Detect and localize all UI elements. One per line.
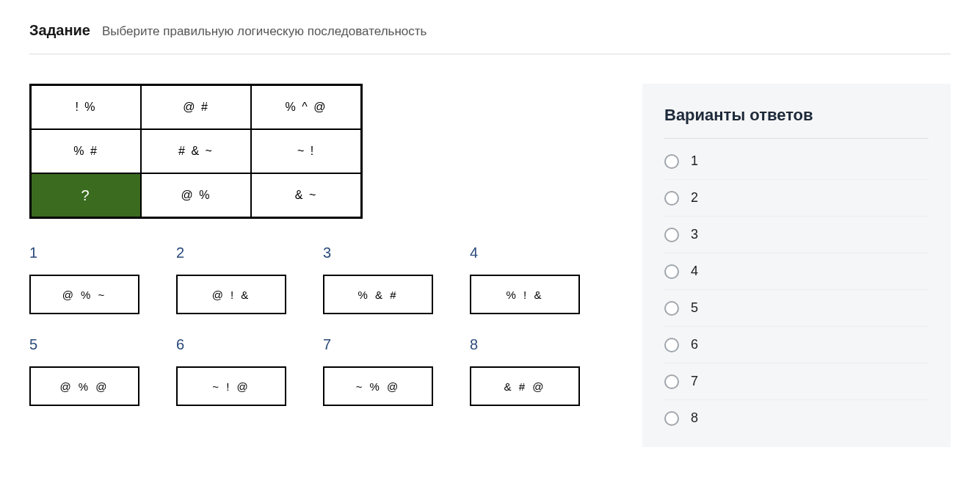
- option-block: 6 ~ ! @: [176, 336, 301, 406]
- header-divider: [29, 54, 951, 54]
- grid-cell: % ^ @: [251, 85, 361, 129]
- answers-divider: [664, 138, 929, 139]
- radio-button[interactable]: [664, 264, 679, 279]
- radio-button[interactable]: [664, 301, 679, 316]
- option-number: 7: [323, 336, 448, 353]
- option-number: 3: [323, 244, 448, 261]
- grid-cell-unknown: ?: [31, 173, 141, 217]
- grid-cell: ! %: [31, 85, 141, 129]
- option-number: 5: [29, 336, 154, 353]
- answer-row[interactable]: 2: [664, 180, 929, 217]
- option-block: 4 % ! &: [470, 244, 595, 314]
- answer-label: 2: [691, 190, 698, 206]
- main-area: ! % @ # % ^ @ % # # & ~ ~ ! ? @ % & ~ 1 …: [29, 84, 951, 447]
- option-box: % ! &: [470, 275, 580, 314]
- answers-panel: Варианты ответов 1 2 3 4 5 6 7: [642, 84, 951, 447]
- answer-row[interactable]: 1: [664, 143, 929, 180]
- radio-button[interactable]: [664, 191, 679, 206]
- option-box: @ ! &: [176, 275, 286, 314]
- answer-row[interactable]: 3: [664, 217, 929, 253]
- option-block: 2 @ ! &: [176, 244, 301, 314]
- task-title: Задание: [29, 22, 90, 39]
- grid-cell: ~ !: [251, 129, 361, 173]
- task-header: Задание Выберите правильную логическую п…: [29, 22, 951, 39]
- answer-label: 6: [691, 337, 698, 352]
- answer-label: 3: [691, 227, 698, 242]
- answers-title: Варианты ответов: [664, 106, 929, 125]
- option-box: % & #: [323, 275, 433, 314]
- grid-cell: & ~: [251, 173, 361, 217]
- option-box: & # @: [470, 366, 580, 406]
- option-block: 3 % & #: [323, 244, 448, 314]
- answer-options-grid: 1 @ % ~ 2 @ ! & 3 % & # 4 % ! & 5 @ % @ …: [29, 244, 613, 406]
- option-block: 7 ~ % @: [323, 336, 448, 406]
- option-block: 8 & # @: [470, 336, 595, 406]
- answer-label: 1: [691, 153, 698, 169]
- answer-row[interactable]: 4: [664, 253, 929, 290]
- puzzle-grid: ! % @ # % ^ @ % # # & ~ ~ ! ? @ % & ~: [29, 84, 363, 219]
- answer-row[interactable]: 7: [664, 363, 929, 400]
- task-subtitle: Выберите правильную логическую последова…: [102, 24, 427, 39]
- option-box: @ % @: [29, 366, 139, 406]
- option-number: 1: [29, 244, 154, 261]
- radio-button[interactable]: [664, 154, 679, 169]
- option-box: ~ % @: [323, 366, 433, 406]
- answer-label: 5: [691, 300, 698, 316]
- option-block: 5 @ % @: [29, 336, 154, 406]
- grid-cell: # & ~: [141, 129, 251, 173]
- option-block: 1 @ % ~: [29, 244, 154, 314]
- option-box: ~ ! @: [176, 366, 286, 406]
- answer-label: 8: [691, 410, 698, 426]
- answer-row[interactable]: 8: [664, 400, 929, 436]
- answer-row[interactable]: 5: [664, 290, 929, 327]
- answer-row[interactable]: 6: [664, 327, 929, 363]
- answer-label: 4: [691, 264, 698, 279]
- option-box: @ % ~: [29, 275, 139, 314]
- radio-button[interactable]: [664, 228, 679, 242]
- option-number: 2: [176, 244, 301, 261]
- option-number: 6: [176, 336, 301, 353]
- left-content: ! % @ # % ^ @ % # # & ~ ~ ! ? @ % & ~ 1 …: [29, 84, 613, 406]
- option-number: 8: [470, 336, 595, 353]
- radio-button[interactable]: [664, 411, 679, 426]
- answer-label: 7: [691, 374, 698, 389]
- option-number: 4: [470, 244, 595, 261]
- radio-button[interactable]: [664, 374, 679, 389]
- grid-cell: @ %: [141, 173, 251, 217]
- grid-cell: @ #: [141, 85, 251, 129]
- grid-cell: % #: [31, 129, 141, 173]
- radio-button[interactable]: [664, 338, 679, 352]
